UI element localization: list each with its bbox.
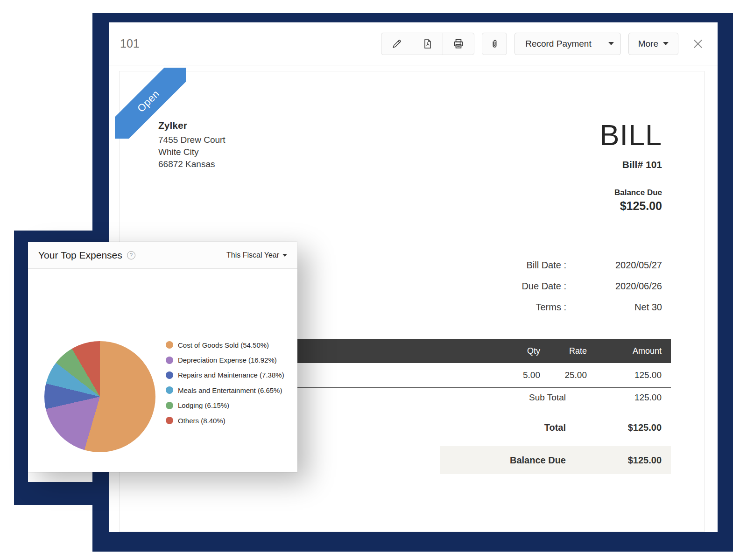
vendor-address-line: White City xyxy=(158,146,226,158)
bill-title: BILL xyxy=(599,118,662,152)
legend-item: Others (8.40%) xyxy=(166,413,284,428)
bill-meta: Bill Date : 2020/05/27 Due Date : 2020/0… xyxy=(419,255,662,318)
decorative-frame-segment xyxy=(14,231,28,505)
legend-item: Repairs and Maintenance (7.38%) xyxy=(166,368,284,383)
record-payment-dropdown[interactable] xyxy=(602,33,620,55)
bill-number: Bill# 101 xyxy=(622,159,662,170)
period-dropdown[interactable]: This Fiscal Year xyxy=(226,251,287,259)
legend-label: Lodging (6.15%) xyxy=(178,401,229,409)
top-expenses-header: Your Top Expenses ? This Fiscal Year xyxy=(28,242,297,269)
record-payment-button[interactable]: Record Payment xyxy=(515,33,602,55)
meta-row: Due Date : 2020/06/26 xyxy=(419,276,662,297)
chevron-down-icon xyxy=(282,254,287,257)
balance-due-label: Balance Due xyxy=(614,188,662,197)
help-icon[interactable]: ? xyxy=(127,251,135,259)
total-label: Total xyxy=(440,422,587,433)
screenshot-stage: 101 xyxy=(0,0,747,560)
expenses-pie-chart xyxy=(44,341,155,452)
legend-dot xyxy=(166,386,173,394)
chevron-down-icon xyxy=(663,42,669,45)
vendor-block: Zylker 7455 Drew Court White City 66872 … xyxy=(158,119,226,170)
legend-dot xyxy=(166,341,173,349)
totals-section: Sub Total 125.00 Total $125.00 Balance D… xyxy=(440,387,671,474)
top-expenses-title: Your Top Expenses xyxy=(38,250,122,261)
total-row: Total $125.00 xyxy=(440,414,671,441)
legend-item: Lodging (6.15%) xyxy=(166,398,284,413)
legend-label: Cost of Goods Sold (54.50%) xyxy=(178,341,269,349)
more-label: More xyxy=(638,39,658,49)
bill-date-value: 2020/05/27 xyxy=(566,260,662,271)
legend-item: Cost of Goods Sold (54.50%) xyxy=(166,337,284,352)
legend-label: Meals and Entertainment (6.65%) xyxy=(178,386,282,394)
pdf-file-icon xyxy=(422,38,433,49)
toolbar-actions: Record Payment More xyxy=(381,33,706,55)
pdf-button[interactable] xyxy=(412,33,443,55)
meta-row: Terms : Net 30 xyxy=(419,297,662,318)
toolbar: 101 xyxy=(109,22,718,65)
attachments-button[interactable] xyxy=(482,33,507,55)
balance-row-label: Balance Due xyxy=(440,455,587,466)
qty-cell: 5.00 xyxy=(493,370,540,380)
subtotal-row: Sub Total 125.00 xyxy=(440,387,671,408)
legend-dot xyxy=(166,402,173,409)
legend-dot xyxy=(166,371,173,379)
chevron-down-icon xyxy=(608,42,614,45)
pencil-icon xyxy=(391,38,402,49)
legend-label: Others (8.40%) xyxy=(178,417,226,425)
vendor-address-line: 7455 Drew Court xyxy=(158,134,226,146)
top-expenses-title-wrap: Your Top Expenses ? xyxy=(38,250,135,261)
meta-row: Bill Date : 2020/05/27 xyxy=(419,255,662,276)
legend-dot xyxy=(166,417,173,424)
due-date-value: 2020/06/26 xyxy=(566,281,662,292)
amount-header: Amount xyxy=(587,346,662,356)
close-icon xyxy=(691,37,705,50)
rate-header: Rate xyxy=(540,346,587,356)
terms-label: Terms : xyxy=(419,302,566,313)
period-label: This Fiscal Year xyxy=(226,251,279,259)
printer-icon xyxy=(452,38,465,50)
vendor-address-line: 66872 Kansas xyxy=(158,158,226,170)
top-expenses-body: Cost of Goods Sold (54.50%) Depreciation… xyxy=(28,269,297,472)
close-button[interactable] xyxy=(690,35,706,52)
record-payment-split-button: Record Payment xyxy=(514,33,621,55)
document-action-group xyxy=(381,33,474,55)
legend-item: Depreciation Expense (16.92%) xyxy=(166,352,284,367)
top-expenses-card: Your Top Expenses ? This Fiscal Year Cos… xyxy=(28,242,297,472)
terms-value: Net 30 xyxy=(566,302,662,313)
total-value: $125.00 xyxy=(587,422,662,433)
legend-item: Meals and Entertainment (6.65%) xyxy=(166,383,284,398)
legend-label: Depreciation Expense (16.92%) xyxy=(178,356,277,364)
record-payment-label: Record Payment xyxy=(525,39,592,49)
decorative-frame-segment xyxy=(14,231,109,243)
amount-cell: 125.00 xyxy=(587,370,662,380)
qty-header: Qty xyxy=(493,346,540,356)
print-button[interactable] xyxy=(443,33,474,55)
vendor-name: Zylker xyxy=(158,119,226,132)
balance-row-value: $125.00 xyxy=(587,455,662,466)
legend-dot xyxy=(166,357,173,364)
legend-label: Repairs and Maintenance (7.38%) xyxy=(178,371,284,379)
paperclip-icon xyxy=(489,39,500,49)
rate-cell: 25.00 xyxy=(540,370,587,380)
due-date-label: Due Date : xyxy=(419,281,566,292)
subtotal-label: Sub Total xyxy=(440,392,587,403)
edit-button[interactable] xyxy=(381,33,412,55)
bill-date-label: Bill Date : xyxy=(419,260,566,271)
subtotal-value: 125.00 xyxy=(587,392,662,403)
balance-due-row: Balance Due $125.00 xyxy=(440,446,671,474)
document-number: 101 xyxy=(120,37,140,50)
more-button[interactable]: More xyxy=(628,33,678,55)
expenses-legend: Cost of Goods Sold (54.50%) Depreciation… xyxy=(166,337,284,428)
balance-due-amount: $125.00 xyxy=(620,199,662,213)
decorative-frame-segment xyxy=(14,482,109,505)
